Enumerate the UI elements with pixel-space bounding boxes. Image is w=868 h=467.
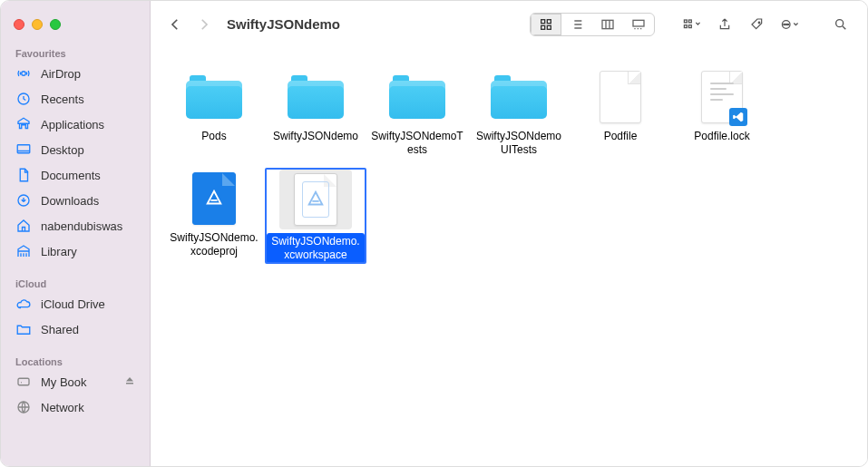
view-list-button[interactable]: [561, 14, 592, 35]
svg-rect-8: [541, 25, 545, 29]
folder-icon: [491, 75, 547, 119]
file-item-icon: [283, 66, 348, 128]
svg-rect-15: [688, 24, 691, 27]
folder-icon: [389, 75, 445, 119]
svg-rect-11: [633, 20, 644, 26]
folder-icon: [288, 75, 344, 119]
eject-icon[interactable]: [124, 375, 135, 389]
sidebar-item-label: Documents: [41, 169, 135, 182]
file-item-icon: [279, 170, 352, 229]
clock-icon: [15, 91, 32, 107]
file-icon: [600, 71, 641, 123]
sidebar-item-label: iCloud Drive: [41, 297, 135, 311]
desktop-icon: [15, 141, 32, 158]
sidebar-item-label: Desktop: [41, 143, 135, 157]
file-item-name: SwiftyJSONdemo: [270, 128, 361, 145]
svg-rect-13: [684, 24, 687, 27]
sidebar-item-desktop[interactable]: Desktop: [1, 137, 150, 162]
file-icon: [701, 71, 743, 123]
file-item[interactable]: SwiftyJSONdemoUITests: [468, 66, 570, 159]
file-item[interactable]: SwiftyJSONdemo.xcworkspace: [265, 168, 366, 264]
sidebar-item-label: Shared: [41, 323, 135, 336]
sidebar-item-label: My Book: [41, 375, 115, 389]
file-item[interactable]: SwiftyJSONdemo.xcodeproj: [163, 168, 265, 264]
svg-rect-4: [18, 378, 29, 385]
sidebar-item-home[interactable]: nabendubiswas: [1, 213, 150, 238]
svg-point-16: [758, 22, 760, 24]
svg-point-19: [784, 24, 785, 24]
file-item[interactable]: SwiftyJSONdemoTests: [366, 66, 468, 159]
sidebar-section-icloud: iCloud: [1, 273, 150, 291]
shared-folder-icon: [15, 321, 32, 337]
file-item-name: SwiftyJSONdemoTests: [368, 128, 466, 159]
sidebar-item-shared[interactable]: Shared: [1, 316, 150, 342]
view-mode-segment: [530, 13, 655, 36]
sidebar-item-iclouddrive[interactable]: iCloud Drive: [1, 291, 150, 316]
home-icon: [15, 218, 32, 234]
actions-button[interactable]: [776, 13, 804, 36]
main-pane: SwiftyJSONdemo PodsSwiftyJSONdemoSwiftyJ…: [151, 1, 867, 466]
xcodeproj-icon: [192, 172, 236, 225]
view-columns-button[interactable]: [592, 14, 623, 35]
view-gallery-button[interactable]: [623, 14, 654, 35]
svg-point-20: [787, 24, 788, 24]
file-item-name: Pods: [199, 128, 229, 145]
sidebar-item-mybook[interactable]: My Book: [1, 369, 150, 394]
sidebar-item-documents[interactable]: Documents: [1, 162, 150, 188]
file-item[interactable]: Pods: [163, 66, 265, 159]
file-item-icon: [181, 168, 247, 229]
file-item-icon: [588, 66, 653, 128]
back-button[interactable]: [163, 13, 187, 36]
sidebar: Favourites AirDrop Recents Applications …: [1, 1, 151, 466]
sidebar-item-recents[interactable]: Recents: [1, 86, 150, 112]
file-item-icon: [385, 66, 450, 128]
svg-point-18: [785, 24, 786, 24]
sidebar-item-label: Downloads: [41, 194, 135, 208]
svg-point-21: [836, 19, 844, 26]
minimize-window-button[interactable]: [32, 19, 43, 30]
svg-rect-7: [547, 19, 551, 23]
file-item-name: Podfile: [601, 128, 640, 145]
file-grid[interactable]: PodsSwiftyJSONdemoSwiftyJSONdemoTestsSwi…: [151, 48, 867, 466]
close-window-button[interactable]: [14, 19, 24, 30]
file-item-name: SwiftyJSONdemoUITests: [470, 128, 568, 159]
view-icons-button[interactable]: [531, 14, 561, 35]
file-item[interactable]: Podfile: [570, 66, 671, 159]
file-item[interactable]: SwiftyJSONdemo: [265, 66, 366, 159]
file-item-name: SwiftyJSONdemo.xcworkspace: [267, 233, 365, 264]
sidebar-section-locations: Locations: [1, 351, 150, 369]
svg-point-0: [22, 72, 26, 76]
svg-rect-10: [602, 20, 613, 28]
forward-button[interactable]: [192, 13, 216, 36]
sidebar-section-favourites: Favourites: [1, 43, 150, 61]
sidebar-item-label: nabendubiswas: [41, 219, 135, 233]
toolbar: SwiftyJSONdemo: [151, 1, 867, 48]
sidebar-item-network[interactable]: Network: [1, 394, 150, 420]
file-item-name: SwiftyJSONdemo.xcodeproj: [165, 229, 263, 260]
sidebar-item-applications[interactable]: Applications: [1, 112, 150, 137]
file-item-name: Podfile.lock: [691, 128, 752, 145]
sidebar-item-label: Recents: [41, 92, 135, 106]
cloud-icon: [15, 296, 32, 312]
sidebar-item-downloads[interactable]: Downloads: [1, 188, 150, 213]
library-icon: [15, 243, 32, 259]
sidebar-item-library[interactable]: Library: [1, 238, 150, 264]
tags-button[interactable]: [744, 13, 771, 36]
applications-icon: [15, 116, 32, 132]
file-item-icon: [181, 66, 247, 128]
file-item[interactable]: Podfile.lock: [671, 66, 773, 159]
file-item-icon: [486, 66, 551, 128]
svg-rect-12: [684, 20, 687, 23]
fullscreen-window-button[interactable]: [50, 19, 61, 30]
group-by-button[interactable]: [678, 13, 706, 36]
sidebar-item-label: Applications: [41, 118, 135, 131]
network-icon: [15, 399, 32, 415]
share-button[interactable]: [711, 13, 738, 36]
sidebar-item-airdrop[interactable]: AirDrop: [1, 61, 150, 86]
svg-rect-14: [688, 20, 691, 23]
search-button[interactable]: [827, 13, 854, 36]
svg-rect-2: [17, 145, 30, 153]
file-item-icon: [689, 66, 755, 128]
xcworkspace-icon: [294, 173, 337, 226]
window-controls: [1, 8, 150, 43]
